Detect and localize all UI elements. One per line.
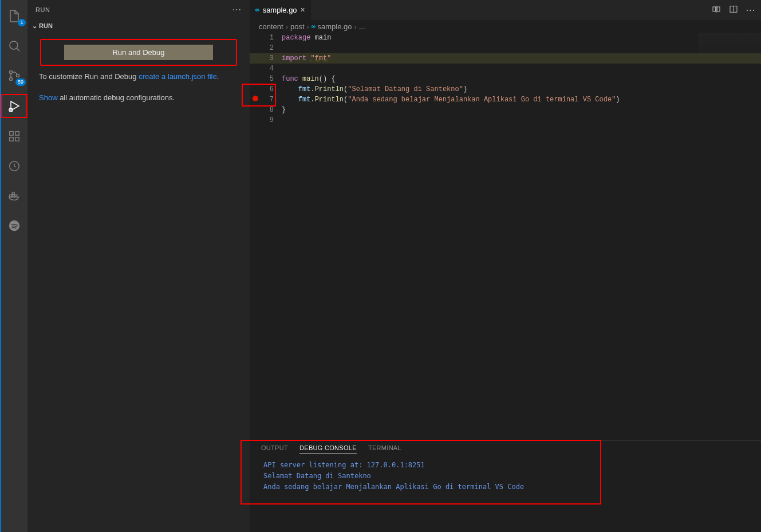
run-debug-highlight-box: Run and Debug <box>40 39 237 66</box>
section-label: RUN <box>39 22 53 29</box>
tab-bar: ∞ sample.go × ··· <box>250 0 761 20</box>
tab-debug-console[interactable]: DEBUG CONSOLE <box>299 444 357 454</box>
go-file-icon: ∞ <box>255 6 259 14</box>
show-configs-link[interactable]: Show <box>39 93 58 102</box>
svg-point-0 <box>10 41 18 49</box>
breadcrumb-seg[interactable]: sample.go <box>318 22 352 31</box>
minimap[interactable] <box>698 33 761 61</box>
tab-actions: ··· <box>712 0 761 20</box>
docker-icon[interactable] <box>1 184 28 207</box>
console-line: Selamat Datang di Santekno <box>263 471 747 482</box>
explorer-icon[interactable]: 1 <box>1 5 28 27</box>
svg-point-4 <box>17 74 19 77</box>
tab-sample-go[interactable]: ∞ sample.go × <box>250 0 312 20</box>
create-launch-json-link[interactable]: create a launch.json file <box>139 72 217 81</box>
chevron-right-icon: › <box>354 22 357 31</box>
chevron-down-icon: ⌄ <box>30 22 39 30</box>
compare-icon[interactable] <box>712 5 721 16</box>
debug-console-output: API server listening at: 127.0.0.1:8251 … <box>250 458 761 495</box>
go-file-icon: ∞ <box>312 23 316 30</box>
bottom-panel: OUTPUT DEBUG CONSOLE TERMINAL API server… <box>250 440 761 532</box>
extensions-icon[interactable] <box>1 125 28 148</box>
scm-badge: 59 <box>15 78 26 86</box>
panel-tabs: OUTPUT DEBUG CONSOLE TERMINAL <box>250 441 761 458</box>
timeline-icon[interactable] <box>1 155 28 178</box>
breadcrumb-seg[interactable]: ... <box>359 22 365 31</box>
tab-output[interactable]: OUTPUT <box>261 444 288 454</box>
chevron-right-icon: › <box>286 22 288 31</box>
breadcrumb-seg[interactable]: post <box>290 22 305 31</box>
explorer-badge: 1 <box>18 19 26 26</box>
breakpoint-icon[interactable] <box>253 96 258 101</box>
svg-rect-18 <box>717 7 720 11</box>
tab-more-icon[interactable]: ··· <box>746 5 755 15</box>
run-sidebar: RUN ··· ⌄ RUN Run and Debug To customize… <box>27 0 250 532</box>
svg-point-16 <box>9 220 19 231</box>
sidebar-header: RUN ··· <box>27 0 250 19</box>
console-line: Anda sedang belajar Menjalankan Aplikasi… <box>263 482 747 492</box>
close-icon[interactable]: × <box>301 5 305 14</box>
console-line: API server listening at: 127.0.0.1:8251 <box>263 460 747 471</box>
svg-rect-10 <box>15 137 19 141</box>
run-section-header[interactable]: ⌄ RUN <box>27 19 250 32</box>
tab-terminal[interactable]: TERMINAL <box>368 444 401 454</box>
spotify-icon[interactable] <box>1 214 28 237</box>
activity-bar: 1 59 <box>0 0 27 532</box>
svg-rect-15 <box>12 192 14 195</box>
search-icon[interactable] <box>1 34 28 57</box>
editor-area[interactable]: 1package main 2 3import "fmt" 4 5func ma… <box>250 33 761 440</box>
svg-point-2 <box>10 71 13 74</box>
split-editor-icon[interactable] <box>729 5 738 16</box>
show-configs-text: Show all automatic debug configurations. <box>27 82 250 102</box>
source-control-icon[interactable]: 59 <box>1 64 28 87</box>
tab-label: sample.go <box>263 6 297 14</box>
svg-rect-8 <box>15 132 19 135</box>
svg-rect-7 <box>10 132 13 135</box>
run-debug-icon[interactable] <box>2 95 26 117</box>
more-icon[interactable]: ··· <box>232 5 242 15</box>
editor-main: ∞ sample.go × ··· content › post › ∞ sam… <box>250 0 761 532</box>
breadcrumb-seg[interactable]: content <box>259 22 283 31</box>
svg-point-3 <box>10 78 13 81</box>
svg-rect-17 <box>713 7 716 11</box>
sidebar-title: RUN <box>36 6 50 13</box>
run-debug-highlight <box>1 94 27 118</box>
chevron-right-icon: › <box>307 22 309 31</box>
breadcrumbs[interactable]: content › post › ∞ sample.go › ... <box>250 20 761 33</box>
svg-line-1 <box>17 48 19 51</box>
run-and-debug-button[interactable]: Run and Debug <box>64 45 213 60</box>
svg-rect-9 <box>10 137 13 141</box>
customize-text: To customize Run and Debug create a laun… <box>27 72 250 82</box>
